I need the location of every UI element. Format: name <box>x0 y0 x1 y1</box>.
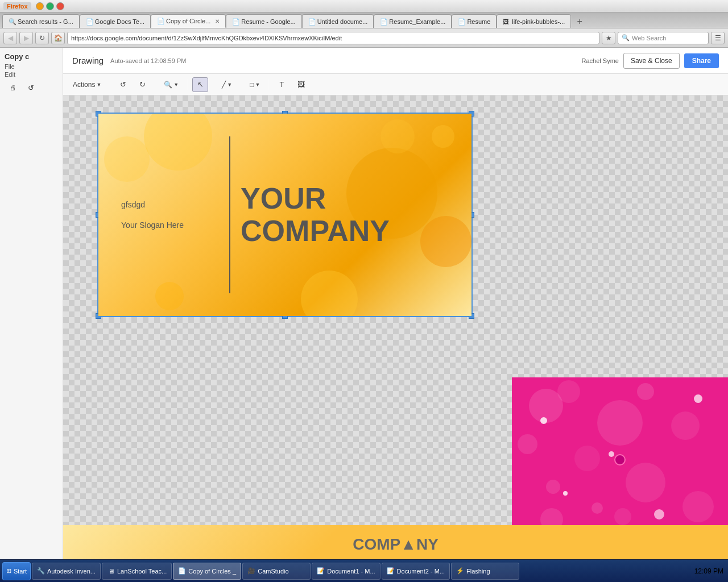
shape-tool-dropdown[interactable]: □ ▼ <box>246 79 264 90</box>
tab-label-7: Resume <box>467 18 490 25</box>
toolbar-sep-3 <box>187 79 188 90</box>
taskbar-item-autodesk[interactable]: 🔧 Autodesk Inven... <box>32 563 101 580</box>
taskbar-item-lanschool[interactable]: 🖥 LanSchool Teac... <box>102 563 172 580</box>
forward-button[interactable]: ▶ <box>19 32 33 44</box>
card-slogan: Your Slogan Here <box>121 221 229 230</box>
lanschool-label: LanSchool Teac... <box>117 568 167 575</box>
zoom-dropdown[interactable]: 🔍 ▼ <box>160 79 183 90</box>
selected-drawing[interactable]: gfsdgd Your Slogan Here YOUR COMPANY <box>97 113 473 317</box>
partial-bottom-card: COMP▲NY <box>63 525 728 559</box>
pink-bubbles-image <box>512 377 728 542</box>
menu-button[interactable]: ☰ <box>711 32 725 44</box>
select-tool[interactable]: ↖ <box>192 77 208 92</box>
tab-label-5: Untitled docume... <box>317 18 368 25</box>
undo-button[interactable]: ↺ <box>115 77 131 92</box>
shape-tool-icon: □ <box>250 81 254 89</box>
browser-frame: Firefox 🔍 Search results - G... 📄 Google… <box>0 0 728 582</box>
line-chevron-icon: ▼ <box>227 82 232 88</box>
tab-resume-google[interactable]: 📄 Resume - Google... <box>226 14 301 28</box>
start-button[interactable]: ⊞ Start <box>2 562 31 580</box>
tab-copy-of-circle[interactable]: 📄 Copy of Circle... ✕ <box>151 14 226 28</box>
shape-chevron-icon: ▼ <box>255 82 260 88</box>
tab-favicon-8: 🖼 <box>503 18 510 25</box>
doc-sidebar-title: Copy c <box>5 52 58 61</box>
line-tool-dropdown[interactable]: ╱ ▼ <box>218 79 236 90</box>
autosave-text: Auto-saved at 12:08:59 PM <box>110 57 186 64</box>
canvas-area[interactable]: gfsdgd Your Slogan Here YOUR COMPANY <box>63 95 728 559</box>
copy-circles-label: Copy of Circles _ <box>188 568 236 575</box>
save-close-button[interactable]: Save & Close <box>623 53 680 69</box>
tab-label-8: life-pink-bubbles-... <box>512 18 565 25</box>
drawing-title: Drawing <box>72 56 104 65</box>
tab-label-3: Copy of Circle... <box>166 18 210 24</box>
taskbar: ⊞ Start 🔧 Autodesk Inven... 🖥 LanSchool … <box>0 559 728 582</box>
drawing-header: Drawing Auto-saved at 12:08:59 PM Rachel… <box>63 48 728 74</box>
document2-icon: 📝 <box>387 567 395 575</box>
tab-pink-bubbles[interactable]: 🖼 life-pink-bubbles-... <box>497 14 571 28</box>
business-card: gfsdgd Your Slogan Here YOUR COMPANY <box>98 114 471 316</box>
card-company-name: gfsdgd <box>121 200 229 209</box>
doc-menu-file[interactable]: File <box>5 63 58 70</box>
tab-resume-example[interactable]: 📄 Resume_Example... <box>374 14 452 28</box>
maximize-button[interactable] <box>46 2 54 10</box>
partial-company-text: COMP▲NY <box>353 535 439 554</box>
zoom-chevron-icon: ▼ <box>173 82 179 88</box>
doc-menu-edit[interactable]: Edit <box>5 71 58 78</box>
minimize-button[interactable] <box>36 2 44 10</box>
card-left: gfsdgd Your Slogan Here <box>121 114 229 316</box>
tab-untitled-doc[interactable]: 📄 Untitled docume... <box>302 14 374 28</box>
tab-label-6: Resume_Example... <box>389 18 445 25</box>
tab-google-docs-te[interactable]: 📄 Google Docs Te... <box>80 14 151 28</box>
start-label: Start <box>14 568 27 575</box>
reload-button[interactable]: ↻ <box>35 32 49 44</box>
search-icon: 🔍 <box>622 34 630 41</box>
taskbar-item-document2[interactable]: 📝 Document2 - M... <box>382 563 450 580</box>
card-divider <box>229 136 230 293</box>
card-your-company-text: YOUR COMPANY <box>241 182 390 247</box>
actions-label: Actions <box>73 81 95 89</box>
search-bar[interactable]: 🔍 Web Search <box>618 32 709 44</box>
close-button[interactable] <box>56 2 64 10</box>
toolbar-sep-6 <box>268 79 269 90</box>
taskbar-item-document1[interactable]: 📝 Document1 - M... <box>312 563 380 580</box>
toolbar-sep-2 <box>155 79 155 90</box>
drawing-panel: Drawing Auto-saved at 12:08:59 PM Rachel… <box>63 48 728 559</box>
tab-resume[interactable]: 📄 Resume <box>452 14 497 28</box>
tab-favicon-5: 📄 <box>308 18 315 25</box>
taskbar-item-flashing[interactable]: ⚡ Flashing <box>451 563 519 580</box>
taskbar-time: 12:09 PM <box>694 567 723 575</box>
toolbar-sep-5 <box>241 79 241 90</box>
doc-sidebar: Copy c File Edit 🖨 ↺ <box>0 48 63 559</box>
flashing-icon: ⚡ <box>456 567 464 575</box>
company-label: COMPANY <box>241 215 390 247</box>
home-button[interactable]: 🏠 <box>51 32 65 44</box>
taskbar-item-copy-circles[interactable]: 📄 Copy of Circles _ <box>173 563 241 580</box>
cursor-icon <box>614 454 626 465</box>
tab-favicon-2: 📄 <box>86 18 93 25</box>
tab-close-3[interactable]: ✕ <box>215 18 220 24</box>
bookmarks-button[interactable]: ★ <box>602 32 615 44</box>
back-button[interactable]: ◀ <box>3 32 17 44</box>
content-area: Copy c File Edit 🖨 ↺ Drawing Auto-saved … <box>0 48 728 559</box>
address-text: https://docs.google.com/document/d/1ZzSw… <box>71 35 342 41</box>
address-bar[interactable]: https://docs.google.com/document/d/1ZzSw… <box>67 32 599 44</box>
tab-favicon-4: 📄 <box>232 18 239 25</box>
tab-favicon-6: 📄 <box>380 18 387 25</box>
redo-button[interactable]: ↻ <box>134 77 150 92</box>
tab-favicon-3: 📄 <box>157 18 164 24</box>
tab-search-results[interactable]: 🔍 Search results - G... <box>2 14 80 28</box>
taskbar-right: 12:09 PM <box>694 567 726 575</box>
undo-sidebar-icon[interactable]: ↺ <box>23 80 39 95</box>
new-tab-button[interactable]: + <box>573 15 586 28</box>
lanschool-icon: 🖥 <box>107 567 115 575</box>
tab-label-4: Resume - Google... <box>241 18 295 25</box>
tab-favicon-1: 🔍 <box>9 18 15 25</box>
text-tool[interactable]: T <box>274 77 289 92</box>
print-icon[interactable]: 🖨 <box>5 80 20 95</box>
image-tool[interactable]: 🖼 <box>293 77 309 92</box>
nav-bar: ◀ ▶ ↻ 🏠 https://docs.google.com/document… <box>0 28 728 48</box>
share-button[interactable]: Share <box>684 53 719 68</box>
camstudio-label: CamStudio <box>258 568 288 575</box>
taskbar-item-camstudio[interactable]: 🎥 CamStudio <box>242 563 311 580</box>
actions-dropdown[interactable]: Actions ▼ <box>69 79 105 90</box>
